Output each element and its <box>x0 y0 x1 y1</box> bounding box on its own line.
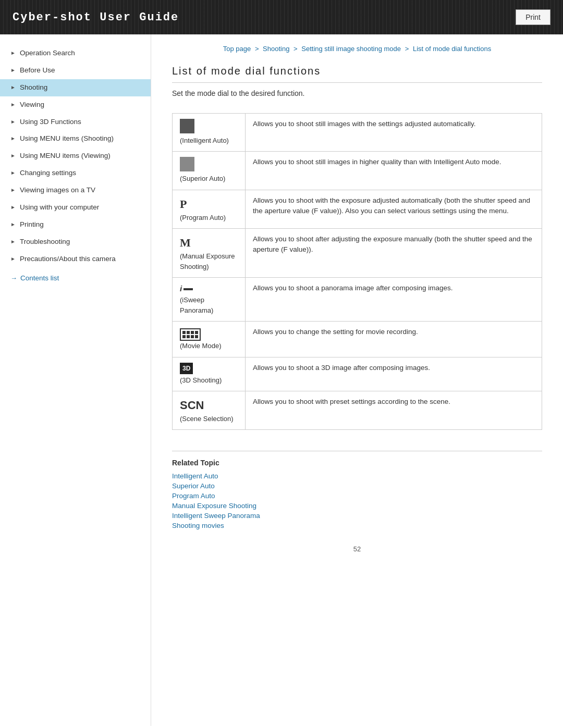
mode-name-0: (Intelligent Auto) <box>180 137 229 144</box>
mode-icon-cell-6: 3D (3D Shooting) <box>173 357 246 391</box>
breadcrumb-current[interactable]: List of mode dial functions <box>413 45 491 53</box>
sidebar-item-8[interactable]: ►Viewing images on a TV <box>0 182 151 199</box>
mode-desc-7: Allows you to shoot with preset settings… <box>246 391 542 429</box>
page-title: List of mode dial functions <box>172 65 542 83</box>
sidebar-arrow-6: ► <box>10 152 16 159</box>
table-row: i (iSweep Panorama) Allows you to shoot … <box>173 278 542 322</box>
main-content: Top page > Shooting > Setting still imag… <box>151 34 563 726</box>
table-row: M (Manual Exposure Shooting) Allows you … <box>173 228 542 278</box>
mode-desc-2: Allows you to shoot with the exposure ad… <box>246 190 542 228</box>
sidebar-item-4[interactable]: ►Using 3D Functions <box>0 114 151 131</box>
breadcrumb-shooting[interactable]: Shooting <box>263 45 289 53</box>
mode-desc-5: Allows you to change the setting for mov… <box>246 322 542 357</box>
sidebar-item-6[interactable]: ►Using MENU items (Viewing) <box>0 147 151 165</box>
sidebar-label-8: Viewing images on a TV <box>20 186 142 195</box>
superior-auto-icon <box>180 157 194 171</box>
sidebar-label-2: Shooting <box>20 83 142 93</box>
sidebar-label-12: Precautions/About this camera <box>20 254 142 264</box>
breadcrumb: Top page > Shooting > Setting still imag… <box>172 45 542 53</box>
related-link-2[interactable]: Program Auto <box>172 492 542 500</box>
sidebar-item-5[interactable]: ►Using MENU items (Shooting) <box>0 130 151 147</box>
table-row: SCN (Scene Selection) Allows you to shoo… <box>173 391 542 429</box>
contents-list-link[interactable]: → Contents list <box>0 268 151 282</box>
related-title: Related Topic <box>172 459 542 467</box>
sidebar-label-3: Viewing <box>20 100 142 110</box>
mode-desc-3: Allows you to shoot after adjusting the … <box>246 228 542 278</box>
related-link-0[interactable]: Intelligent Auto <box>172 472 542 480</box>
mode-desc-0: Allows you to shoot still images with th… <box>246 114 542 152</box>
sidebar-item-1[interactable]: ►Before Use <box>0 62 151 79</box>
sidebar-arrow-12: ► <box>10 255 16 263</box>
mode-icon-cell-0: (Intelligent Auto) <box>173 114 246 152</box>
sidebar-label-10: Printing <box>20 220 142 230</box>
sidebar-arrow-7: ► <box>10 169 16 177</box>
sidebar-arrow-11: ► <box>10 238 16 245</box>
sidebar-arrow-1: ► <box>10 67 16 74</box>
intelligent-auto-icon <box>180 119 194 133</box>
intro-text: Set the mode dial to the desired functio… <box>172 89 542 97</box>
table-row: (Superior Auto) Allows you to shoot stil… <box>173 152 542 190</box>
sidebar-arrow-8: ► <box>10 187 16 194</box>
table-row: (Intelligent Auto) Allows you to shoot s… <box>173 114 542 152</box>
main-layout: ►Operation Search►Before Use►Shooting►Vi… <box>0 34 563 726</box>
scn-icon: SCN <box>180 399 204 412</box>
header: Cyber-shot User Guide Print <box>0 0 563 34</box>
related-link-5[interactable]: Shooting movies <box>172 522 542 529</box>
app-title: Cyber-shot User Guide <box>13 11 179 24</box>
mode-icon-cell-5: (Movie Mode) <box>173 322 246 357</box>
contents-list-label: Contents list <box>20 274 59 282</box>
sidebar-label-0: Operation Search <box>20 48 142 58</box>
table-row: P (Program Auto) Allows you to shoot wit… <box>173 190 542 228</box>
mode-name-1: (Superior Auto) <box>180 175 225 182</box>
mode-desc-6: Allows you to shoot a 3D image after com… <box>246 357 542 391</box>
manual-exposure-icon: M <box>180 236 191 249</box>
mode-icon-cell-3: M (Manual Exposure Shooting) <box>173 228 246 278</box>
sidebar-arrow-4: ► <box>10 118 16 126</box>
sidebar-item-7[interactable]: ►Changing settings <box>0 165 151 182</box>
sidebar-arrow-10: ► <box>10 221 16 228</box>
mode-icon-cell-1: (Superior Auto) <box>173 152 246 190</box>
sidebar-item-9[interactable]: ►Using with your computer <box>0 199 151 216</box>
breadcrumb-sep-3: > <box>405 45 409 53</box>
related-link-3[interactable]: Manual Exposure Shooting <box>172 502 542 510</box>
mode-name-2: (Program Auto) <box>180 214 226 221</box>
breadcrumb-sep-1: > <box>255 45 259 53</box>
sidebar-arrow-2: ► <box>10 84 16 91</box>
table-row: 3D (3D Shooting) Allows you to shoot a 3… <box>173 357 542 391</box>
sidebar: ►Operation Search►Before Use►Shooting►Vi… <box>0 34 151 726</box>
mode-name-6: (3D Shooting) <box>180 376 222 384</box>
related-section: Related Topic Intelligent AutoSuperior A… <box>172 451 542 529</box>
sidebar-label-4: Using 3D Functions <box>20 117 142 127</box>
sidebar-arrow-5: ► <box>10 135 16 142</box>
mode-icon-cell-2: P (Program Auto) <box>173 190 246 228</box>
mode-name-4: (iSweep Panorama) <box>180 296 213 314</box>
sidebar-label-7: Changing settings <box>20 168 142 178</box>
mode-name-3: (Manual Exposure Shooting) <box>180 252 235 270</box>
mode-desc-1: Allows you to shoot still images in high… <box>246 152 542 190</box>
mode-desc-4: Allows you to shoot a panorama image aft… <box>246 278 542 322</box>
mode-icon-cell-7: SCN (Scene Selection) <box>173 391 246 429</box>
isweep-icon: i <box>180 283 193 295</box>
sidebar-item-10[interactable]: ►Printing <box>0 216 151 233</box>
mode-table: (Intelligent Auto) Allows you to shoot s… <box>172 113 542 430</box>
print-button[interactable]: Print <box>516 9 550 25</box>
mode-name-5: (Movie Mode) <box>180 342 221 350</box>
mode-icon-cell-4: i (iSweep Panorama) <box>173 278 246 322</box>
breadcrumb-top[interactable]: Top page <box>223 45 251 53</box>
sidebar-label-5: Using MENU items (Shooting) <box>20 134 142 144</box>
mode-name-7: (Scene Selection) <box>180 415 234 423</box>
breadcrumb-setting[interactable]: Setting still image shooting mode <box>301 45 401 53</box>
sidebar-item-12[interactable]: ►Precautions/About this camera <box>0 251 151 268</box>
sidebar-label-9: Using with your computer <box>20 203 142 213</box>
sidebar-item-3[interactable]: ►Viewing <box>0 96 151 114</box>
related-link-1[interactable]: Superior Auto <box>172 482 542 490</box>
sidebar-item-11[interactable]: ►Troubleshooting <box>0 233 151 251</box>
related-link-4[interactable]: Intelligent Sweep Panorama <box>172 512 542 520</box>
sidebar-item-2[interactable]: ►Shooting <box>0 79 151 96</box>
3d-icon: 3D <box>180 363 193 374</box>
program-auto-icon: P <box>180 198 187 211</box>
sidebar-item-0[interactable]: ►Operation Search <box>0 45 151 62</box>
breadcrumb-sep-2: > <box>293 45 298 53</box>
sidebar-arrow-0: ► <box>10 50 16 57</box>
sidebar-label-1: Before Use <box>20 66 142 76</box>
